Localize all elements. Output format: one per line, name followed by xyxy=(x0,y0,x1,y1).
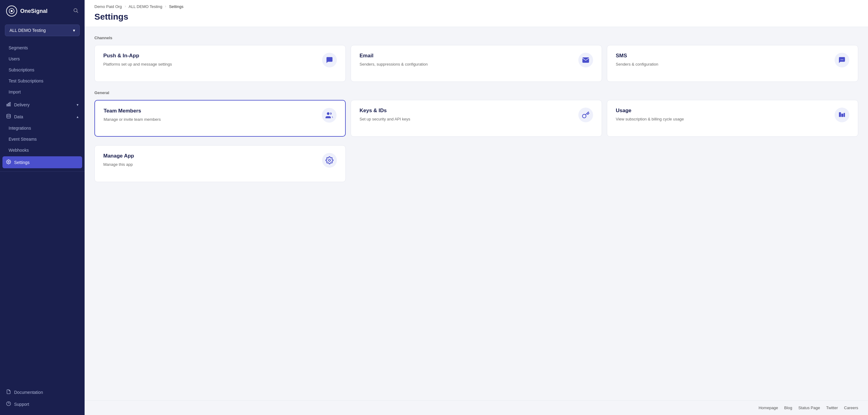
delivery-label: Delivery xyxy=(14,102,30,107)
empty-col-2 xyxy=(607,145,858,182)
svg-point-2 xyxy=(74,8,77,12)
sidebar-item-label: Import xyxy=(8,90,21,94)
push-in-app-icon xyxy=(322,53,337,67)
email-icon xyxy=(578,53,593,67)
card-manage-app-desc: Manage this app xyxy=(103,162,317,168)
team-members-icon xyxy=(322,108,337,123)
breadcrumb-current: Settings xyxy=(169,4,183,9)
footer-link-status-page[interactable]: Status Page xyxy=(799,406,820,410)
app-selector[interactable]: ALL DEMO Testing ▾ xyxy=(5,25,80,36)
footer-link-careers[interactable]: Careers xyxy=(844,406,858,410)
bar-chart-icon xyxy=(6,102,11,107)
sidebar-item-event-streams[interactable]: Event Streams xyxy=(0,134,85,145)
footer: Homepage Blog Status Page Twitter Career… xyxy=(85,400,868,415)
breadcrumb-app[interactable]: ALL DEMO Testing xyxy=(129,4,162,9)
sidebar-item-segments[interactable]: Segments xyxy=(0,42,85,53)
sidebar-group-delivery[interactable]: Delivery ▾ xyxy=(0,99,85,110)
data-label: Data xyxy=(14,114,23,119)
sidebar-item-label: Integrations xyxy=(8,126,31,131)
sidebar: OneSignal ALL DEMO Testing ▾ Segments Us… xyxy=(0,0,85,415)
svg-rect-17 xyxy=(843,113,845,117)
footer-link-twitter[interactable]: Twitter xyxy=(826,406,838,410)
card-usage-title: Usage xyxy=(616,107,830,114)
svg-point-1 xyxy=(11,10,13,12)
svg-rect-16 xyxy=(841,114,843,117)
sidebar-item-test-subscriptions[interactable]: Test Subscriptions xyxy=(0,75,85,87)
general-section-label: General xyxy=(94,90,858,95)
nav-section-users: Segments Users Subscriptions Test Subscr… xyxy=(0,41,85,99)
sidebar-group-data[interactable]: Data ▴ xyxy=(0,110,85,123)
database-icon xyxy=(6,114,11,120)
manage-app-icon xyxy=(322,153,337,168)
card-team-members-title: Team Members xyxy=(103,108,317,114)
card-manage-app-title: Manage App xyxy=(103,153,317,159)
card-email-desc: Senders, suppressions & configuration xyxy=(360,61,574,67)
content-area: Channels Push & In-App Platforms set up … xyxy=(85,27,868,400)
settings-label: Settings xyxy=(14,160,30,165)
logo-text: OneSignal xyxy=(20,8,48,14)
sidebar-item-users[interactable]: Users xyxy=(0,53,85,64)
sidebar-header: OneSignal xyxy=(0,0,85,22)
card-usage-desc: View subscription & billing cycle usage xyxy=(616,116,830,122)
usage-icon xyxy=(835,107,849,122)
card-team-members[interactable]: Team Members Manage or invite team membe… xyxy=(94,100,346,137)
manage-cards-grid: Manage App Manage this app xyxy=(94,145,858,182)
card-keys-ids[interactable]: Keys & IDs Set up security and API keys xyxy=(351,100,602,137)
documentation-label: Documentation xyxy=(14,390,43,395)
svg-point-18 xyxy=(329,159,331,162)
sidebar-item-import[interactable]: Import xyxy=(0,87,85,97)
breadcrumb-sep1 xyxy=(124,4,127,9)
card-keys-ids-desc: Set up security and API keys xyxy=(360,116,574,122)
sidebar-item-label: Event Streams xyxy=(8,137,37,141)
card-push-in-app-title: Push & In-App xyxy=(103,53,317,59)
card-email-title: Email xyxy=(360,53,574,59)
card-sms[interactable]: SMS Senders & configuration xyxy=(607,45,858,82)
sidebar-item-label: Segments xyxy=(8,45,28,50)
breadcrumb-org[interactable]: Demo Paid Org xyxy=(94,4,122,9)
sidebar-item-integrations[interactable]: Integrations xyxy=(0,123,85,134)
general-cards-grid: Team Members Manage or invite team membe… xyxy=(94,100,858,137)
sidebar-item-label: Webhooks xyxy=(8,148,29,153)
card-manage-app[interactable]: Manage App Manage this app xyxy=(94,145,346,182)
support-label: Support xyxy=(14,402,29,407)
breadcrumb-sep2 xyxy=(164,4,167,9)
search-button[interactable] xyxy=(73,8,79,15)
channels-cards-grid: Push & In-App Platforms set up and messa… xyxy=(94,45,858,82)
sidebar-item-label: Subscriptions xyxy=(8,67,34,72)
sidebar-item-settings[interactable]: Settings xyxy=(2,156,82,168)
card-keys-ids-title: Keys & IDs xyxy=(360,107,574,114)
svg-point-14 xyxy=(327,112,330,115)
sidebar-item-support[interactable]: Support xyxy=(0,398,85,410)
card-usage[interactable]: Usage View subscription & billing cycle … xyxy=(607,100,858,137)
card-push-in-app-desc: Platforms set up and message settings xyxy=(103,61,317,67)
card-sms-desc: Senders & configuration xyxy=(616,61,830,67)
sidebar-item-subscriptions[interactable]: Subscriptions xyxy=(0,64,85,75)
empty-col-1 xyxy=(351,145,602,182)
card-email[interactable]: Email Senders, suppressions & configurat… xyxy=(351,45,602,82)
help-circle-icon xyxy=(6,401,11,407)
svg-point-12 xyxy=(842,60,842,60)
sms-icon xyxy=(835,53,849,67)
sidebar-item-webhooks[interactable]: Webhooks xyxy=(0,145,85,156)
svg-point-11 xyxy=(841,60,841,60)
footer-link-homepage[interactable]: Homepage xyxy=(758,406,778,410)
settings-icon xyxy=(6,159,11,165)
main-content: Demo Paid Org ALL DEMO Testing Settings … xyxy=(85,0,868,415)
card-team-members-desc: Manage or invite team members xyxy=(103,117,317,123)
svg-point-7 xyxy=(7,114,10,115)
app-selector-label: ALL DEMO Testing xyxy=(9,28,46,33)
top-bar: Demo Paid Org ALL DEMO Testing Settings … xyxy=(85,0,868,27)
footer-link-blog[interactable]: Blog xyxy=(784,406,792,410)
delivery-chevron-icon: ▾ xyxy=(76,103,79,107)
svg-rect-6 xyxy=(9,102,10,106)
keys-ids-icon xyxy=(578,107,593,122)
sidebar-bottom: Documentation Support xyxy=(0,386,85,415)
card-push-in-app[interactable]: Push & In-App Platforms set up and messa… xyxy=(94,45,346,82)
svg-line-3 xyxy=(76,11,78,12)
sidebar-divider xyxy=(0,171,85,172)
card-sms-title: SMS xyxy=(616,53,830,59)
sidebar-item-documentation[interactable]: Documentation xyxy=(0,386,85,398)
chevron-down-icon: ▾ xyxy=(73,28,75,33)
breadcrumb: Demo Paid Org ALL DEMO Testing Settings xyxy=(94,4,858,9)
sidebar-logo: OneSignal xyxy=(6,5,48,17)
